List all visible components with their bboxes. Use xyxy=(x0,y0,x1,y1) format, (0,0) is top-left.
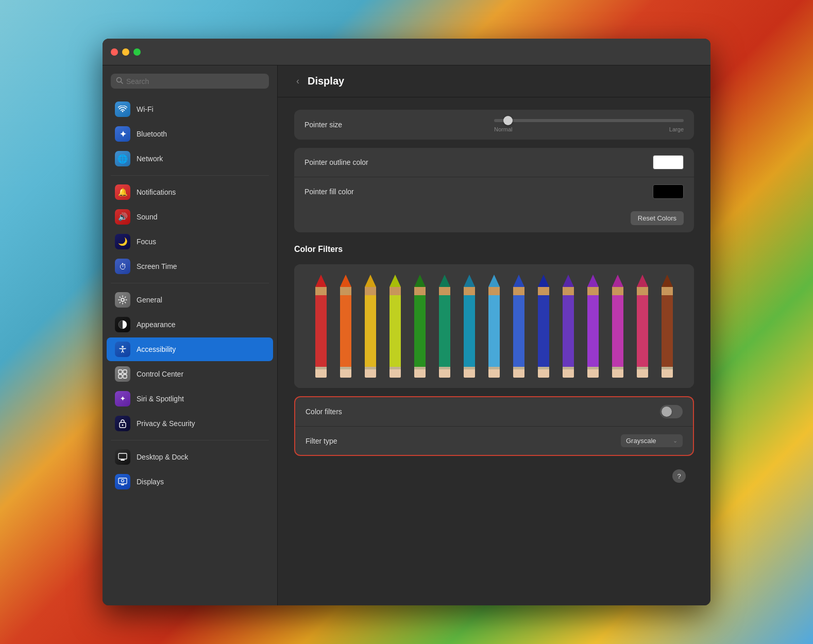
bluetooth-icon: ✦ xyxy=(115,126,130,142)
pointer-size-label: Pointer size xyxy=(304,121,494,129)
main-content: ‹ Display Pointer size Normal xyxy=(278,65,710,605)
pencil xyxy=(359,275,382,378)
svg-point-2 xyxy=(121,298,124,301)
pencil xyxy=(606,275,630,378)
pointer-size-slider[interactable] xyxy=(494,119,684,122)
toggle-thumb xyxy=(662,406,672,417)
settings-window: Wi-Fi ✦ Bluetooth 🌐 Network 🔔 xyxy=(103,39,710,605)
color-filters-row: Color filters xyxy=(295,397,693,426)
svg-rect-6 xyxy=(123,370,127,374)
pointer-outline-label: Pointer outline color xyxy=(304,158,653,166)
pointer-size-row: Pointer size Normal Large xyxy=(294,110,694,140)
sidebar-item-label: Desktop & Dock xyxy=(137,453,188,461)
sidebar-item-privacy[interactable]: Privacy & Security xyxy=(107,412,273,435)
pencil xyxy=(532,275,555,378)
sidebar-item-screentime[interactable]: ⏱ Screen Time xyxy=(107,255,273,278)
sidebar-item-label: Focus xyxy=(137,238,156,246)
sidebar-item-desktop[interactable]: Desktop & Dock xyxy=(107,445,273,469)
reset-btn-row: Reset Colors xyxy=(294,206,694,232)
filter-type-value: Grayscale xyxy=(626,437,670,445)
filter-type-dropdown[interactable]: Grayscale ⌄ xyxy=(621,434,683,447)
svg-rect-13 xyxy=(118,478,127,484)
sidebar: Wi-Fi ✦ Bluetooth 🌐 Network 🔔 xyxy=(103,65,278,605)
sidebar-item-notifications[interactable]: 🔔 Notifications xyxy=(107,180,273,204)
help-button[interactable]: ? xyxy=(672,469,686,483)
slider-labels: Normal Large xyxy=(494,126,684,132)
color-filter-controls: Color filters Filter type Grayscale ⌄ xyxy=(294,396,694,456)
pencil-row xyxy=(309,269,680,378)
chevron-up-down-icon: ⌄ xyxy=(673,437,678,444)
pencil xyxy=(581,275,605,378)
pencil xyxy=(631,275,654,378)
sidebar-item-label: Network xyxy=(137,155,163,163)
sidebar-item-label: Control Center xyxy=(137,370,183,378)
pointer-size-slider-container: Normal Large xyxy=(494,117,684,132)
slider-large-label: Large xyxy=(669,126,684,132)
controlcenter-icon xyxy=(115,366,130,382)
sidebar-item-label: Privacy & Security xyxy=(137,419,195,428)
svg-rect-5 xyxy=(118,370,122,374)
sidebar-item-focus[interactable]: 🌙 Focus xyxy=(107,230,273,253)
filter-type-row: Filter type Grayscale ⌄ xyxy=(295,426,693,455)
sidebar-item-displays[interactable]: Displays xyxy=(107,470,273,494)
pointer-fill-row: Pointer fill color xyxy=(294,177,694,206)
sound-icon: 🔊 xyxy=(115,209,130,225)
search-icon xyxy=(116,77,123,86)
pencil xyxy=(383,275,407,378)
color-filters-toggle[interactable] xyxy=(660,405,683,418)
maximize-button[interactable] xyxy=(133,48,141,56)
pencil xyxy=(458,275,481,378)
sidebar-item-label: Appearance xyxy=(137,320,176,329)
pencil xyxy=(556,275,580,378)
svg-rect-12 xyxy=(121,460,125,461)
sidebar-item-label: Bluetooth xyxy=(137,130,167,138)
pencil xyxy=(408,275,432,378)
slider-normal-label: Normal xyxy=(494,126,512,132)
svg-point-10 xyxy=(122,425,124,426)
sidebar-item-appearance[interactable]: Appearance xyxy=(107,313,273,336)
pointer-color-card: Pointer outline color Pointer fill color… xyxy=(294,148,694,232)
minimize-button[interactable] xyxy=(122,48,129,56)
sidebar-item-controlcenter[interactable]: Control Center xyxy=(107,362,273,386)
color-filters-label: Color filters xyxy=(306,408,660,416)
reset-colors-button[interactable]: Reset Colors xyxy=(631,211,684,225)
general-icon xyxy=(115,292,130,308)
pointer-outline-swatch[interactable] xyxy=(653,155,684,170)
pointer-fill-swatch[interactable] xyxy=(653,184,684,199)
sidebar-item-label: Screen Time xyxy=(137,262,177,270)
sidebar-item-label: Notifications xyxy=(137,188,176,196)
pencil xyxy=(655,275,679,378)
sidebar-item-bluetooth[interactable]: ✦ Bluetooth xyxy=(107,122,273,146)
close-button[interactable] xyxy=(111,48,118,56)
search-box[interactable] xyxy=(111,74,269,89)
svg-rect-11 xyxy=(118,453,127,459)
main-layout: Wi-Fi ✦ Bluetooth 🌐 Network 🔔 xyxy=(103,65,710,605)
sidebar-item-label: Sound xyxy=(137,213,157,221)
sidebar-item-wifi[interactable]: Wi-Fi xyxy=(107,97,273,121)
sidebar-item-accessibility[interactable]: Accessibility xyxy=(107,337,273,361)
desktop-icon xyxy=(115,449,130,465)
page-title: Display xyxy=(308,75,344,87)
sidebar-item-general[interactable]: General xyxy=(107,288,273,312)
title-bar xyxy=(103,39,710,65)
appearance-icon xyxy=(115,317,130,332)
search-input[interactable] xyxy=(126,77,264,86)
svg-rect-15 xyxy=(121,484,124,485)
pencils-card xyxy=(294,264,694,388)
accessibility-icon xyxy=(115,342,130,357)
sidebar-divider xyxy=(111,440,269,440)
sidebar-divider xyxy=(111,175,269,176)
main-header: ‹ Display xyxy=(278,65,710,97)
pencils-container xyxy=(294,264,694,388)
wifi-icon xyxy=(115,101,130,117)
svg-point-4 xyxy=(122,346,124,348)
sidebar-item-network[interactable]: 🌐 Network xyxy=(107,147,273,171)
sidebar-item-label: General xyxy=(137,296,162,304)
help-btn-container: ? xyxy=(294,464,694,488)
sidebar-item-sound[interactable]: 🔊 Sound xyxy=(107,205,273,229)
privacy-icon xyxy=(115,416,130,431)
pencil xyxy=(309,275,333,378)
svg-point-14 xyxy=(122,480,124,482)
back-button[interactable]: ‹ xyxy=(294,74,301,89)
sidebar-item-siri[interactable]: ✦ Siri & Spotlight xyxy=(107,387,273,411)
